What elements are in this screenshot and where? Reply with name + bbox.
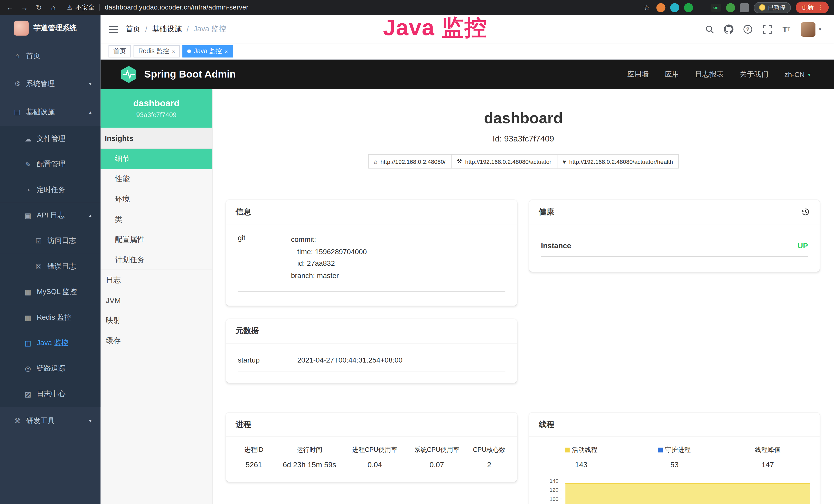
active-threads-swatch [565,448,570,453]
divider [100,4,100,11]
github-icon[interactable] [724,24,734,35]
address-bar[interactable]: ⚠ 不安全 dashboard.yudao.iocoder.cn/infra/a… [67,3,248,12]
process-card-title: 进程 [236,419,251,430]
font-size-icon[interactable]: TT [781,24,792,35]
nav-journal[interactable]: 日志报表 [695,70,724,79]
menu-item-log-center[interactable]: ▨ 日志中心 [0,381,101,407]
history-icon[interactable] [801,207,810,216]
tab-label: Redis 监控 [138,47,169,56]
close-icon[interactable]: × [172,48,175,54]
breadcrumb-current: Java 监控 [193,24,226,34]
extension-puzzle-icon[interactable] [740,3,749,12]
extension-icon[interactable] [670,3,679,12]
chevron-down-icon: ▾ [89,418,91,423]
nav-applications[interactable]: 应用 [665,70,679,79]
tick-label: 120 [550,487,559,493]
chrome-update-button[interactable]: 更新 ⋮ [796,2,829,13]
health-instance-label: Instance [541,241,571,250]
service-url-link[interactable]: ⌂ http://192.168.0.2:48080/ [368,154,451,169]
paused-extensions-badge[interactable]: 已暂停 [753,2,791,13]
status-badge: UP [797,241,808,250]
instance-links: ⌂ http://192.168.0.2:48080/ ⚒ http://192… [213,154,834,169]
nav-wall[interactable]: 应用墙 [627,70,649,79]
health-url-link[interactable]: ♥ http://192.168.0.2:48080/actuator/heal… [556,154,679,169]
extension-icon[interactable] [684,3,693,12]
sba-item-details[interactable]: 细节 [101,149,212,169]
menu-item-infrastructure[interactable]: ▤ 基础设施 ▴ [0,98,101,126]
smiley-icon [759,4,765,11]
sba-item-jvm[interactable]: JVM [101,290,212,311]
menu-item-java-monitor[interactable]: ◫ Java 监控 [0,330,101,356]
redis-icon: ▥ [24,314,32,321]
info-value: commit: time: 1596289704000 id: 27aa832 … [291,234,367,282]
menu-item-trace[interactable]: ◎ 链路追踪 [0,356,101,381]
sba-item-performance[interactable]: 性能 [101,169,212,189]
chevron-up-icon: ▴ [89,212,91,218]
browser-home-icon[interactable]: ⌂ [48,3,58,11]
hamburger-icon[interactable] [109,25,118,33]
infrastructure-icon: ▤ [13,108,21,116]
fullscreen-icon[interactable] [762,24,772,35]
reload-icon[interactable]: ↻ [34,3,44,12]
sba-item-environment[interactable]: 环境 [101,189,212,209]
sba-item-caches[interactable]: 缓存 [101,331,212,351]
proxy-on-badge[interactable]: on [711,3,721,11]
tab-java-monitor[interactable]: Java 监控 × [183,45,233,58]
menu-item-system-management[interactable]: ⚙ 系统管理 ▾ [0,70,101,98]
actuator-url-link[interactable]: ⚒ http://192.168.0.2:48080/actuator [451,154,557,169]
card-title: 进程 [226,413,517,437]
forward-icon[interactable]: → [20,3,29,11]
active-tab-dot [188,49,191,53]
breadcrumb-infrastructure[interactable]: 基础设施 [152,24,182,34]
breadcrumb-separator: / [145,25,147,33]
process-column-uptime: 运行时间 6d 23h 15m 59s [275,445,344,469]
admin-menu: ⌂ 首页 ⚙ 系统管理 ▾ ▤ 基础设施 ▴ ☁ 文件管理 ✎ 配置管理 [0,42,101,435]
menu-item-access-logs[interactable]: ☑ 访问日志 [0,228,101,253]
sba-item-mappings[interactable]: 映射 [101,311,212,331]
spring-boot-admin-logo[interactable] [120,66,138,84]
menu-label: 文件管理 [37,134,66,143]
avatar-caret-icon[interactable]: ▾ [819,27,821,32]
page-title: dashboard [213,110,834,127]
menu-item-error-logs[interactable]: ☒ 错误日志 [0,254,101,279]
security-label[interactable]: 不安全 [75,3,95,12]
column-header: 运行时间 [275,445,344,455]
search-icon[interactable] [705,24,715,35]
user-avatar[interactable] [802,22,816,37]
extension-icon[interactable] [726,3,735,12]
menu-item-config-management[interactable]: ✎ 配置管理 [0,152,101,177]
menu-item-scheduled-jobs[interactable]: ◔ 定时任务 [0,177,101,203]
menu-item-redis-monitor[interactable]: ▥ Redis 监控 [0,305,101,330]
menu-label: 基础设施 [26,107,55,117]
locale-label: zh-CN [785,70,805,78]
menu-item-mysql-monitor[interactable]: ▦ MySQL 监控 [0,279,101,304]
menu-item-file-management[interactable]: ☁ 文件管理 [0,126,101,152]
nav-about[interactable]: 关于我们 [740,70,768,79]
sba-brand[interactable]: Spring Boot Admin [144,69,236,81]
legend-label: 线程峰值 [755,445,780,455]
extension-icon[interactable] [656,3,665,12]
sba-item-logs[interactable]: 日志 [101,270,212,290]
sba-item-config-properties[interactable]: 配置属性 [101,230,212,250]
sba-item-classes[interactable]: 类 [101,209,212,230]
tab-home[interactable]: 首页 [108,45,131,58]
breadcrumb-home[interactable]: 首页 [126,24,140,34]
y-axis-tick: 100 [534,496,562,501]
menu-item-api-logs[interactable]: ▣ API 日志 ▴ [0,203,101,228]
url-text[interactable]: dashboard.yudao.iocoder.cn/infra/admin-s… [105,4,249,11]
help-icon[interactable]: ? [743,24,753,35]
close-icon[interactable]: × [224,48,228,54]
back-icon[interactable]: ← [5,3,15,11]
column-header: 进程ID [233,445,275,455]
sba-item-scheduled-tasks[interactable]: 计划任务 [101,250,212,270]
bookmark-star-icon[interactable]: ☆ [642,3,651,12]
legend-label: 活动线程 [572,445,597,455]
tab-redis-monitor[interactable]: Redis 监控 × [134,45,180,58]
locale-select[interactable]: zh-CN ▾ [785,70,811,78]
sba-instance-block[interactable]: dashboard 93a3fc7f7409 [101,89,212,128]
extension-grid-icon[interactable] [698,3,706,11]
menu-item-home[interactable]: ⌂ 首页 [0,42,101,70]
card-title: 健康 [529,200,820,224]
app-logo[interactable]: 芋道管理系统 [0,15,101,42]
menu-item-dev-tools[interactable]: ⚒ 研发工具 ▾ [0,407,101,435]
